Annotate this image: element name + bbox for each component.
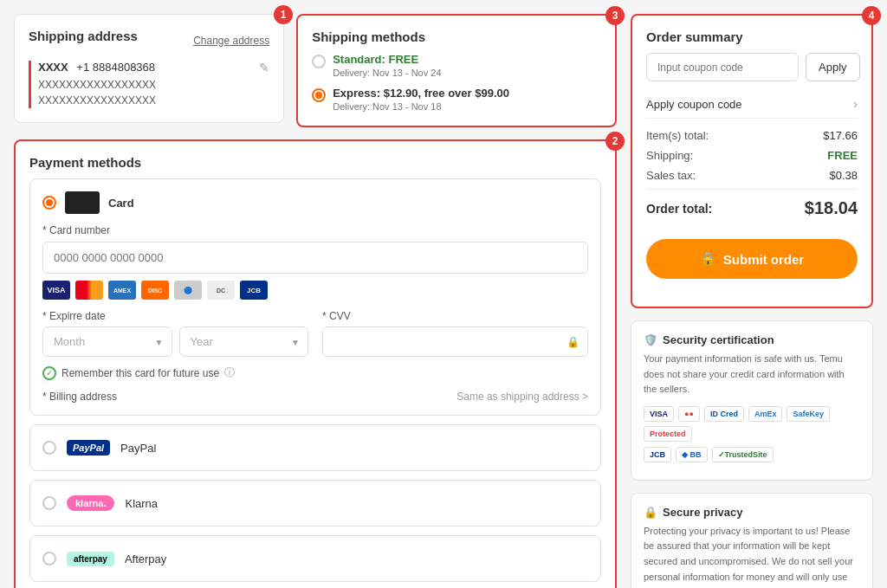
order-total-value: $18.04 bbox=[805, 198, 858, 218]
security-shield-icon: 🛡️ bbox=[644, 333, 657, 346]
shipping-value: FREE bbox=[827, 149, 858, 162]
card-radio[interactable] bbox=[42, 196, 56, 210]
edit-address-icon[interactable]: ✎ bbox=[259, 61, 269, 74]
order-summary-card: 4 Order summary Apply Apply coupon code … bbox=[631, 14, 873, 308]
trust-trusted-badge: ✓TrustedSite bbox=[712, 447, 774, 462]
klarna-radio[interactable] bbox=[42, 496, 56, 510]
billing-row: * Billing address Same as shipping addre… bbox=[42, 391, 588, 403]
trust-logos-2: JCB ◆ BB ✓TrustedSite bbox=[644, 447, 860, 462]
cvv-label: * CVV bbox=[322, 310, 588, 322]
remember-card-row[interactable]: ✓ Remember this card for future use ⓘ bbox=[42, 365, 588, 380]
payment-methods-title: Payment methods bbox=[29, 155, 141, 170]
card-logos-row: VISA AMEX DISC 🔵 DC JCB bbox=[42, 281, 588, 300]
address-name: XXXX +1 8884808368 bbox=[38, 61, 156, 74]
jcb-logo: JCB bbox=[240, 281, 268, 300]
expire-label: * Expirre date bbox=[42, 310, 308, 322]
sales-tax-value: $0.38 bbox=[829, 169, 858, 182]
trust-mc-badge: ●● bbox=[678, 406, 700, 422]
shipping-option-standard[interactable]: Standard: FREE Delivery: Nov 13 - Nov 24 bbox=[312, 53, 601, 78]
remember-info-icon: ⓘ bbox=[224, 365, 235, 380]
month-select[interactable]: Month 010203 040506 070809 101112 bbox=[42, 326, 172, 357]
items-total-row: Item(s) total: $17.66 bbox=[646, 129, 858, 142]
paypal-radio[interactable] bbox=[42, 441, 56, 455]
privacy-lock-icon: 🔒 bbox=[644, 506, 657, 519]
diners-logo: DC bbox=[207, 281, 235, 300]
year-select-wrapper: Year 2024202520262027 ▼ bbox=[179, 326, 309, 357]
step-4-badge: 4 bbox=[862, 6, 881, 25]
card-number-input[interactable] bbox=[42, 242, 588, 274]
main-layout: Shipping address Change address XXXX +1 … bbox=[14, 14, 873, 588]
coupon-row: Apply bbox=[646, 53, 858, 81]
standard-radio[interactable] bbox=[312, 55, 326, 68]
step-1-badge: 1 bbox=[274, 5, 293, 24]
shipping-option-express[interactable]: Express: $12.90, free over $99.00 Delive… bbox=[312, 87, 601, 112]
privacy-text: Protecting your privacy is important to … bbox=[644, 524, 860, 588]
year-select[interactable]: Year 2024202520262027 bbox=[179, 326, 309, 357]
klarna-logo-box: klarna. bbox=[67, 491, 114, 515]
standard-label: Standard: FREE bbox=[333, 53, 441, 66]
shipping-methods-card: Shipping methods Standard: FREE Delivery… bbox=[296, 14, 617, 127]
card-icon bbox=[65, 191, 100, 214]
apply-coupon-button[interactable]: Apply bbox=[806, 53, 860, 81]
trust-logos: VISA ●● ID Cred AmEx SafeKey Protected bbox=[644, 406, 860, 442]
shipping-address-card: Shipping address Change address XXXX +1 … bbox=[14, 14, 284, 123]
trust-jcb-badge: JCB bbox=[644, 447, 671, 462]
coupon-code-row[interactable]: Apply coupon code › bbox=[646, 90, 858, 119]
klarna-logo: klarna. bbox=[67, 495, 114, 511]
address-title: Shipping address bbox=[29, 29, 138, 43]
express-radio[interactable] bbox=[312, 88, 326, 102]
klarna-label: Klarna bbox=[125, 497, 158, 510]
klarna-option[interactable]: klarna. Klarna bbox=[29, 480, 601, 527]
cvv-lock-icon: 🔒 bbox=[567, 336, 579, 348]
afterpay-radio[interactable] bbox=[42, 552, 56, 565]
payment-methods-card: 2 Payment methods Card * Card number VIS… bbox=[14, 139, 617, 588]
address-content: XXXX +1 8884808368 XXXXXXXXXXXXXXXXX XXX… bbox=[29, 61, 269, 108]
trust-protected-badge: Protected bbox=[644, 426, 692, 442]
afterpay-option[interactable]: afterpay Afterpay bbox=[29, 535, 601, 582]
visa-logo: VISA bbox=[42, 281, 70, 300]
cvv-section: * CVV 🔒 bbox=[322, 310, 588, 357]
trust-visa-badge: VISA bbox=[644, 406, 674, 422]
coupon-chevron-icon: › bbox=[853, 97, 858, 111]
trust-bb-badge: ◆ BB bbox=[676, 447, 708, 462]
privacy-section: 🔒 Secure privacy Protecting your privacy… bbox=[631, 493, 873, 588]
afterpay-logo: afterpay bbox=[67, 552, 114, 566]
expire-cvv-row: * Expirre date Month 010203 040506 07080… bbox=[42, 310, 588, 357]
express-label: Express: $12.90, free over $99.00 bbox=[333, 87, 509, 100]
submit-lock-icon: 🔒 bbox=[700, 251, 716, 267]
address-line1: XXXXXXXXXXXXXXXXX bbox=[38, 77, 156, 93]
remember-check-icon: ✓ bbox=[42, 366, 56, 380]
security-text: Your payment information is safe with us… bbox=[644, 352, 860, 397]
express-radio-dot bbox=[315, 92, 322, 99]
top-row: Shipping address Change address XXXX +1 … bbox=[14, 14, 617, 127]
left-column: Shipping address Change address XXXX +1 … bbox=[14, 14, 617, 588]
billing-label: * Billing address bbox=[42, 391, 117, 403]
same-as-shipping-link[interactable]: Same as shipping address > bbox=[456, 391, 588, 403]
address-line2: XXXXXXXXXXXXXXXXX bbox=[38, 93, 156, 108]
shipping-methods-title: Shipping methods bbox=[312, 29, 425, 44]
remember-card-label: Remember this card for future use bbox=[62, 367, 219, 379]
card-payment-section: Card * Card number VISA AMEX DISC 🔵 DC J… bbox=[29, 178, 601, 416]
sales-tax-label: Sales tax: bbox=[646, 169, 696, 182]
trust-idcheck-badge: ID Cred bbox=[704, 406, 744, 422]
submit-order-label: Submit order bbox=[723, 252, 804, 267]
trust-amex-badge: AmEx bbox=[748, 406, 783, 422]
cvv-input-wrapper: 🔒 bbox=[322, 326, 588, 357]
standard-delivery: Delivery: Nov 13 - Nov 24 bbox=[333, 68, 441, 78]
privacy-title: 🔒 Secure privacy bbox=[644, 506, 860, 519]
submit-order-button[interactable]: 🔒 Submit order bbox=[646, 239, 858, 279]
card-number-label: * Card number bbox=[42, 224, 588, 236]
coupon-input[interactable] bbox=[646, 53, 799, 81]
paypal-logo-box: PayPal bbox=[67, 436, 110, 460]
security-title: 🛡️ Security certification bbox=[644, 333, 860, 346]
order-total-row: Order total: $18.04 bbox=[646, 189, 858, 227]
cvv-input[interactable] bbox=[322, 326, 588, 357]
change-address-button[interactable]: Change address bbox=[193, 35, 269, 47]
sales-tax-row: Sales tax: $0.38 bbox=[646, 169, 858, 182]
items-total-label: Item(s) total: bbox=[646, 129, 709, 142]
card-radio-dot bbox=[46, 199, 53, 206]
card-top-row: Card bbox=[42, 191, 588, 214]
paypal-option[interactable]: PayPal PayPal bbox=[29, 424, 601, 471]
card-label: Card bbox=[108, 197, 134, 210]
shipping-row: Shipping: FREE bbox=[646, 149, 858, 162]
